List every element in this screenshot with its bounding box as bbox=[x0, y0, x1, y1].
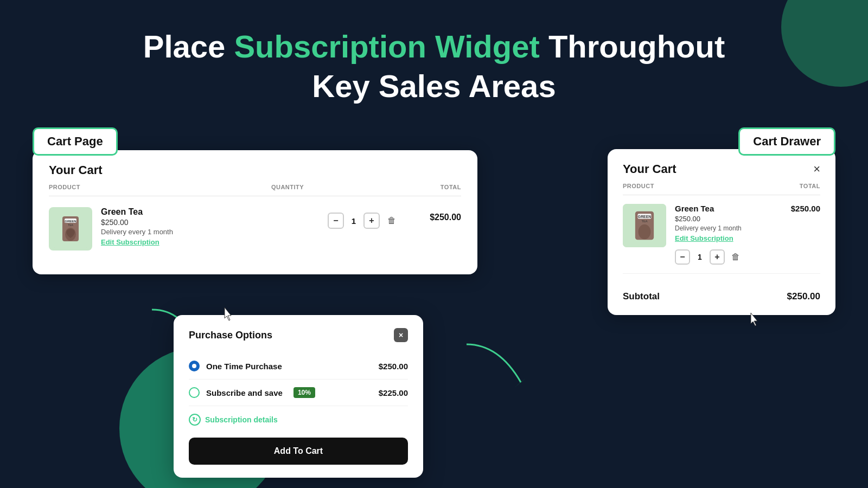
one-time-radio[interactable] bbox=[189, 361, 200, 371]
drawer-cart-title: Your Cart × bbox=[623, 162, 820, 176]
add-to-cart-button[interactable]: Add To Cart bbox=[189, 438, 408, 465]
cart-page-title: Your Cart bbox=[49, 163, 461, 177]
drawer-subtotal-label: Subtotal bbox=[623, 291, 660, 302]
cart-product-name: Green Tea bbox=[101, 207, 309, 217]
cart-qty-value: 1 bbox=[348, 216, 359, 226]
drawer-product-header: Green Tea $250.00 bbox=[675, 204, 820, 213]
left-section: Cart Page Your Cart PRODUCT QUANTITY TOT… bbox=[33, 127, 477, 315]
purchase-options-header: Purchase Options × bbox=[189, 328, 408, 342]
cart-page-label: Cart Page bbox=[33, 127, 118, 156]
svg-text:GREEN: GREEN bbox=[638, 215, 651, 219]
cart-item: GREEN TEA Green Tea $250.00 Delivery eve… bbox=[49, 196, 461, 261]
drawer-cart-item: GREEN TEA Green Tea $250.00 $250.00 Deli… bbox=[623, 195, 820, 274]
drawer-qty-decrease-button[interactable]: − bbox=[675, 249, 690, 265]
drawer-product-image: GREEN TEA bbox=[623, 204, 666, 247]
subscribe-radio[interactable] bbox=[189, 387, 200, 398]
cart-item-total: $250.00 bbox=[418, 207, 461, 222]
col-total-header: TOTAL bbox=[418, 184, 461, 190]
drawer-product-price: $250.00 bbox=[675, 215, 820, 223]
svg-text:TEA: TEA bbox=[641, 220, 647, 223]
drawer-table-header: PRODUCT TOTAL bbox=[623, 183, 820, 195]
cart-qty-decrease-button[interactable]: − bbox=[328, 213, 344, 229]
page-header: Place Subscription Widget Throughout Key… bbox=[0, 0, 868, 127]
drawer-subtotal: Subtotal $250.00 bbox=[623, 282, 820, 302]
drawer-product-name: Green Tea bbox=[675, 204, 714, 213]
save-badge: 10% bbox=[293, 387, 315, 398]
drawer-product-total: $250.00 bbox=[791, 204, 820, 213]
drawer-quantity-controls: − 1 + 🗑 bbox=[675, 249, 820, 265]
svg-text:GREEN: GREEN bbox=[65, 220, 76, 223]
cart-table-header: PRODUCT QUANTITY TOTAL bbox=[49, 184, 461, 196]
subscription-details-link[interactable]: ↻ Subscription details bbox=[189, 406, 408, 433]
purchase-options-title: Purchase Options bbox=[189, 330, 272, 341]
content-area: Cart Page Your Cart PRODUCT QUANTITY TOT… bbox=[0, 127, 868, 315]
cart-drawer-label: Cart Drawer bbox=[738, 127, 835, 156]
cart-qty-increase-button[interactable]: + bbox=[363, 213, 380, 229]
purchase-options-card: Purchase Options × One Time Purchase $25… bbox=[174, 315, 423, 478]
drawer-subtotal-value: $250.00 bbox=[787, 291, 820, 302]
col-product-header: PRODUCT bbox=[49, 184, 157, 190]
drawer-edit-subscription-link[interactable]: Edit Subscription bbox=[675, 234, 733, 242]
drawer-qty-increase-button[interactable]: + bbox=[710, 249, 725, 265]
cart-product-price: $250.00 bbox=[101, 218, 309, 227]
purchase-options-close-button[interactable]: × bbox=[394, 328, 408, 342]
arrow-decoration-2 bbox=[456, 333, 532, 399]
svg-point-13 bbox=[639, 224, 651, 239]
cart-page-card: Your Cart PRODUCT QUANTITY TOTAL GREEN T… bbox=[33, 150, 477, 274]
subscribe-label: Subscribe and save bbox=[206, 388, 283, 397]
main-heading: Place Subscription Widget Throughout Key… bbox=[0, 27, 868, 106]
svg-text:TEA: TEA bbox=[68, 223, 73, 227]
right-section: Cart Drawer Your Cart × PRODUCT TOTAL GR… bbox=[608, 127, 835, 315]
drawer-col-product-header: PRODUCT bbox=[623, 183, 654, 189]
cart-edit-subscription-link[interactable]: Edit Subscription bbox=[101, 238, 159, 246]
drawer-qty-value: 1 bbox=[694, 253, 705, 261]
subscription-details-icon: ↻ bbox=[189, 414, 201, 426]
subscribe-save-option[interactable]: Subscribe and save 10% $225.00 bbox=[189, 380, 408, 406]
one-time-price: $250.00 bbox=[379, 362, 408, 371]
svg-marker-7 bbox=[514, 378, 526, 388]
cart-quantity-controls: − 1 + 🗑 bbox=[309, 213, 418, 229]
cart-product-info: Green Tea $250.00 Delivery every 1 month… bbox=[101, 207, 309, 247]
cart-drawer-card: Your Cart × PRODUCT TOTAL GREEN TEA bbox=[608, 149, 835, 315]
one-time-purchase-option[interactable]: One Time Purchase $250.00 bbox=[189, 353, 408, 380]
drawer-product-delivery: Delivery every 1 month bbox=[675, 224, 820, 232]
subscribe-option-left: Subscribe and save 10% bbox=[189, 387, 315, 398]
drawer-product-info: Green Tea $250.00 $250.00 Delivery every… bbox=[675, 204, 820, 265]
drawer-col-total-header: TOTAL bbox=[800, 183, 820, 189]
product-image: GREEN TEA bbox=[49, 207, 92, 251]
cart-remove-button[interactable]: 🗑 bbox=[384, 213, 399, 228]
drawer-remove-button[interactable]: 🗑 bbox=[731, 252, 740, 262]
drawer-close-button[interactable]: × bbox=[813, 162, 820, 176]
cart-product-delivery: Delivery every 1 month bbox=[101, 228, 309, 236]
one-time-label: One Time Purchase bbox=[206, 362, 282, 371]
col-quantity-header: QUANTITY bbox=[233, 184, 342, 190]
subscribe-price: $225.00 bbox=[379, 388, 408, 397]
one-time-option-left: One Time Purchase bbox=[189, 361, 282, 371]
